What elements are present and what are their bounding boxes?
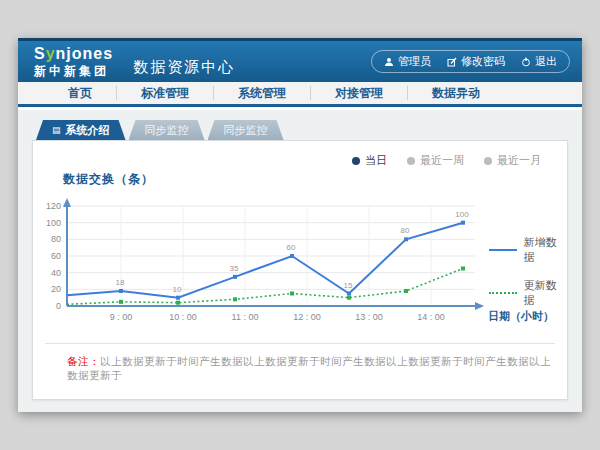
change-password-button[interactable]: 修改密码 <box>447 54 505 69</box>
top-bar: Synjones 新中新集团 数据资源中心 管理员 修改密码 退出 <box>18 38 582 82</box>
page-title: 数据资源中心 <box>133 58 235 77</box>
legend-solid-line-icon <box>489 249 517 251</box>
svg-text:100: 100 <box>46 218 61 228</box>
chart-legend: 新增数据 更新数据 <box>489 235 567 308</box>
radio-last-week[interactable]: 最近一周 <box>407 153 464 168</box>
tab-system-intro-label: 系统介绍 <box>66 123 110 138</box>
admin-user-label: 管理员 <box>398 54 431 69</box>
svg-text:35: 35 <box>230 264 239 273</box>
radio-last-week-label: 最近一周 <box>420 153 464 168</box>
svg-text:60: 60 <box>287 243 296 252</box>
chart-panel: 当日 最近一周 最近一月 数据交换（条） 0204060801001209 : … <box>32 140 568 400</box>
footnote-prefix: 备注： <box>67 355 100 367</box>
tab-strip: ▤ 系统介绍 同步监控 同步监控 <box>32 120 568 140</box>
nav-item-standard-mgmt[interactable]: 标准管理 <box>117 86 214 100</box>
svg-text:11 : 00: 11 : 00 <box>232 312 259 322</box>
tab-sync-monitor-1-label: 同步监控 <box>145 123 189 138</box>
svg-text:18: 18 <box>116 278 125 287</box>
logo-text-cn: 新中新集团 <box>34 65 113 77</box>
nav-item-system-mgmt[interactable]: 系统管理 <box>214 86 311 100</box>
tab-sync-monitor-2-label: 同步监控 <box>224 123 268 138</box>
radio-selected-icon <box>352 157 360 165</box>
svg-text:20: 20 <box>51 284 61 294</box>
legend-update-data-label: 更新数据 <box>524 278 567 308</box>
svg-text:40: 40 <box>51 268 61 278</box>
legend-new-data-label: 新增数据 <box>524 235 567 265</box>
logo-text-en: Synjones <box>34 46 113 62</box>
tab-sync-monitor-1[interactable]: 同步监控 <box>129 120 205 140</box>
edit-icon <box>447 57 457 67</box>
app-window: Synjones 新中新集团 数据资源中心 管理员 修改密码 退出 <box>18 38 582 412</box>
footnote: 备注：以上数据更新于时间产生数据以上数据更新于时间产生数据以上数据更新于时间产生… <box>67 355 551 383</box>
footnote-text: 以上数据更新于时间产生数据以上数据更新于时间产生数据以上数据更新于时间产生数据以… <box>67 355 551 381</box>
svg-text:10 : 00: 10 : 00 <box>169 312 197 322</box>
legend-dotted-line-icon <box>489 292 517 294</box>
y-axis-title: 数据交换（条） <box>63 171 154 188</box>
svg-text:60: 60 <box>51 251 61 261</box>
radio-today-label: 当日 <box>365 153 387 168</box>
svg-text:120: 120 <box>46 201 61 211</box>
svg-text:10: 10 <box>173 285 182 294</box>
logout-label: 退出 <box>535 54 557 69</box>
radio-last-month-label: 最近一月 <box>497 153 541 168</box>
logo-swoosh-icon: y <box>46 45 56 62</box>
radio-today[interactable]: 当日 <box>352 153 387 168</box>
admin-user-button[interactable]: 管理员 <box>384 54 431 69</box>
svg-text:0: 0 <box>56 301 61 311</box>
content-area: ▤ 系统介绍 同步监控 同步监控 当日 最近一周 <box>18 110 582 412</box>
time-range-filter: 当日 最近一周 最近一月 <box>352 153 541 168</box>
nav-item-data-change[interactable]: 数据异动 <box>408 86 504 100</box>
logout-button[interactable]: 退出 <box>521 54 557 69</box>
logo-text-en-rest: njones <box>56 45 114 62</box>
svg-text:13 : 00: 13 : 00 <box>355 312 383 322</box>
radio-unselected-icon <box>484 157 492 165</box>
svg-text:9 : 00: 9 : 00 <box>110 312 133 322</box>
radio-last-month[interactable]: 最近一月 <box>484 153 541 168</box>
svg-text:80: 80 <box>51 234 61 244</box>
legend-item-new-data: 新增数据 <box>489 235 567 265</box>
main-nav: 首页 标准管理 系统管理 对接管理 数据异动 <box>18 82 582 107</box>
change-password-label: 修改密码 <box>461 54 505 69</box>
svg-text:80: 80 <box>401 226 410 235</box>
company-logo: Synjones 新中新集团 <box>30 46 113 77</box>
tab-system-intro[interactable]: ▤ 系统介绍 <box>36 120 126 140</box>
svg-text:12 : 00: 12 : 00 <box>293 312 321 322</box>
svg-text:14 : 00: 14 : 00 <box>417 312 445 322</box>
user-icon <box>384 57 394 67</box>
tab-sync-monitor-2[interactable]: 同步监控 <box>208 120 284 140</box>
power-icon <box>521 57 531 67</box>
document-icon: ▤ <box>52 126 61 135</box>
divider <box>45 343 555 344</box>
radio-unselected-icon <box>407 157 415 165</box>
legend-item-update-data: 更新数据 <box>489 278 567 308</box>
line-chart: 0204060801001209 : 0010 : 0011 : 0012 : … <box>39 191 559 325</box>
nav-item-home[interactable]: 首页 <box>44 86 117 100</box>
user-toolbar: 管理员 修改密码 退出 <box>371 50 570 73</box>
svg-text:100: 100 <box>455 210 469 219</box>
svg-text:日期（小时）: 日期（小时） <box>488 310 554 323</box>
svg-text:15: 15 <box>344 281 353 290</box>
nav-item-integration-mgmt[interactable]: 对接管理 <box>311 86 408 100</box>
